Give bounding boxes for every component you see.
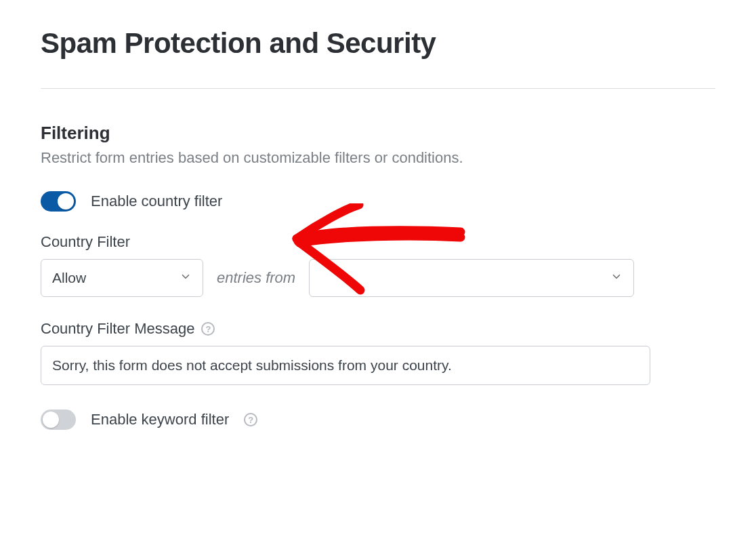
enable-keyword-filter-toggle[interactable] — [41, 410, 76, 430]
country-filter-message-label: Country Filter Message ? — [41, 320, 715, 338]
country-filter-action-value: Allow — [52, 270, 86, 286]
enable-country-filter-label: Enable country filter — [91, 193, 222, 210]
chevron-down-icon — [610, 270, 623, 286]
toggle-knob — [58, 193, 74, 209]
country-filter-message-input[interactable] — [41, 346, 650, 385]
enable-country-filter-row: Enable country filter — [41, 191, 715, 212]
enable-country-filter-toggle[interactable] — [41, 191, 76, 212]
enable-keyword-filter-row: Enable keyword filter ? — [41, 410, 715, 430]
divider — [41, 88, 715, 89]
help-icon[interactable]: ? — [201, 322, 215, 336]
enable-keyword-filter-label: Enable keyword filter — [91, 411, 229, 428]
country-filter-label: Country Filter — [41, 233, 715, 251]
entries-from-text: entries from — [217, 269, 295, 287]
help-icon[interactable]: ? — [244, 413, 257, 426]
page-title: Spam Protection and Security — [41, 27, 715, 60]
country-filter-label-text: Country Filter — [41, 233, 130, 251]
filtering-section-title: Filtering — [41, 123, 715, 144]
country-filter-countries-select[interactable] — [309, 259, 634, 297]
chevron-down-icon — [180, 270, 192, 286]
filtering-section-desc: Restrict form entries based on customiza… — [41, 149, 715, 167]
country-filter-message-label-text: Country Filter Message — [41, 320, 194, 338]
toggle-knob — [43, 412, 59, 428]
country-filter-controls: Allow entries from — [41, 259, 715, 297]
country-filter-action-select[interactable]: Allow — [41, 259, 203, 297]
